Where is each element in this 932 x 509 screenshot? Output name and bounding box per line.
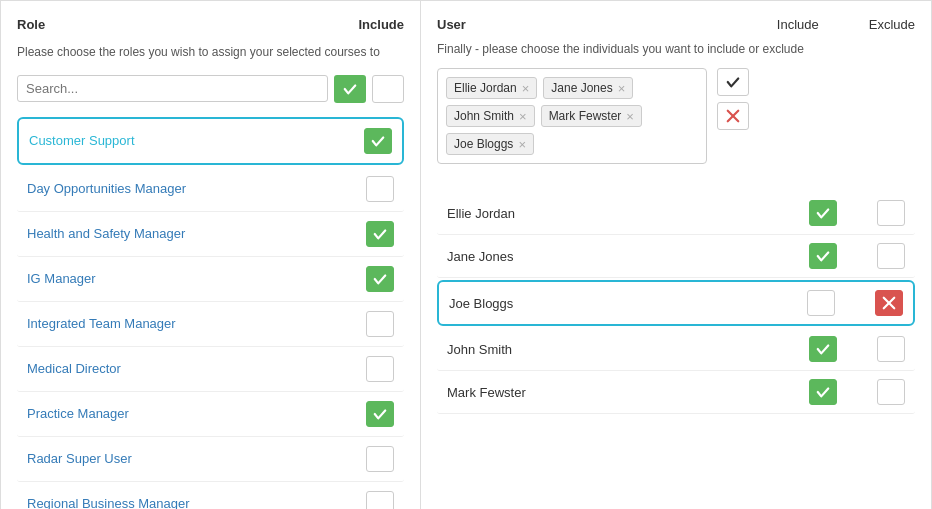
user-exclude-checkbox[interactable] bbox=[877, 379, 905, 405]
role-row[interactable]: Radar Super User bbox=[17, 437, 404, 482]
role-include-checkbox[interactable] bbox=[366, 446, 394, 472]
user-include-checkbox[interactable] bbox=[809, 243, 837, 269]
right-header-cols: Include Exclude bbox=[777, 17, 915, 32]
tag-remove-button[interactable]: × bbox=[522, 82, 530, 95]
tag-label: Mark Fewster bbox=[549, 109, 622, 123]
tag-label: John Smith bbox=[454, 109, 514, 123]
user-row[interactable]: Mark Fewster bbox=[437, 371, 915, 414]
role-include-checkbox[interactable] bbox=[366, 176, 394, 202]
user-name: Ellie Jordan bbox=[447, 206, 809, 221]
role-name: Day Opportunities Manager bbox=[27, 181, 186, 196]
role-row[interactable]: Day Opportunities Manager bbox=[17, 167, 404, 212]
search-clear-button[interactable] bbox=[372, 75, 404, 103]
role-include-checkbox[interactable] bbox=[366, 221, 394, 247]
user-tag: Ellie Jordan× bbox=[446, 77, 537, 99]
users-list: Ellie JordanJane JonesJoe BloggsJohn Smi… bbox=[437, 192, 915, 414]
right-include-header: Include bbox=[777, 17, 819, 32]
user-name: Mark Fewster bbox=[447, 385, 809, 400]
role-name: Radar Super User bbox=[27, 451, 132, 466]
tag-label: Jane Jones bbox=[551, 81, 612, 95]
role-row[interactable]: Practice Manager bbox=[17, 392, 404, 437]
user-include-checkbox[interactable] bbox=[809, 379, 837, 405]
role-include-checkbox[interactable] bbox=[366, 311, 394, 337]
tags-row-wrapper: Ellie Jordan×Jane Jones×John Smith×Mark … bbox=[437, 68, 915, 178]
tag-remove-button[interactable]: × bbox=[519, 110, 527, 123]
tag-remove-button[interactable]: × bbox=[626, 110, 634, 123]
user-include-checkbox[interactable] bbox=[809, 336, 837, 362]
right-instruction: Finally - please choose the individuals … bbox=[437, 42, 915, 56]
role-include-checkbox[interactable] bbox=[364, 128, 392, 154]
user-tag: Joe Bloggs× bbox=[446, 133, 534, 155]
role-include-checkbox[interactable] bbox=[366, 491, 394, 509]
tag-label: Joe Bloggs bbox=[454, 137, 513, 151]
right-exclude-header: Exclude bbox=[869, 17, 915, 32]
user-tag: John Smith× bbox=[446, 105, 535, 127]
user-row[interactable]: Ellie Jordan bbox=[437, 192, 915, 235]
tag-remove-button[interactable]: × bbox=[518, 138, 526, 151]
right-panel-header: User Include Exclude bbox=[437, 17, 915, 32]
role-name: IG Manager bbox=[27, 271, 96, 286]
right-panel: User Include Exclude Finally - please ch… bbox=[421, 1, 931, 509]
tag-label: Ellie Jordan bbox=[454, 81, 517, 95]
user-include-checkbox[interactable] bbox=[807, 290, 835, 316]
bulk-include-button[interactable] bbox=[717, 68, 749, 96]
bulk-exclude-button[interactable] bbox=[717, 102, 749, 130]
user-name: John Smith bbox=[447, 342, 809, 357]
role-include-checkbox[interactable] bbox=[366, 266, 394, 292]
role-name: Health and Safety Manager bbox=[27, 226, 185, 241]
user-include-checkbox[interactable] bbox=[809, 200, 837, 226]
user-name: Jane Jones bbox=[447, 249, 809, 264]
tags-actions bbox=[717, 68, 749, 130]
role-row[interactable]: Customer Support bbox=[17, 117, 404, 165]
user-exclude-checkbox[interactable] bbox=[877, 336, 905, 362]
role-include-checkbox[interactable] bbox=[366, 356, 394, 382]
user-row[interactable]: John Smith bbox=[437, 328, 915, 371]
tag-remove-button[interactable]: × bbox=[618, 82, 626, 95]
role-row[interactable]: Health and Safety Manager bbox=[17, 212, 404, 257]
main-container: Role Include Please choose the roles you… bbox=[0, 0, 932, 509]
search-input[interactable] bbox=[17, 75, 328, 102]
user-tag: Mark Fewster× bbox=[541, 105, 642, 127]
role-row[interactable]: Integrated Team Manager bbox=[17, 302, 404, 347]
user-exclude-checkbox[interactable] bbox=[877, 200, 905, 226]
user-tag: Jane Jones× bbox=[543, 77, 633, 99]
search-row bbox=[17, 75, 404, 103]
user-column-header: User bbox=[437, 17, 466, 32]
left-panel-header: Role Include bbox=[17, 17, 404, 32]
role-name: Customer Support bbox=[29, 133, 135, 148]
role-name: Integrated Team Manager bbox=[27, 316, 176, 331]
include-column-header: Include bbox=[358, 17, 404, 32]
role-row[interactable]: Regional Business Manager bbox=[17, 482, 404, 509]
user-exclude-checkbox[interactable] bbox=[877, 243, 905, 269]
user-row[interactable]: Joe Bloggs bbox=[437, 280, 915, 326]
tags-container: Ellie Jordan×Jane Jones×John Smith×Mark … bbox=[437, 68, 707, 164]
role-name: Medical Director bbox=[27, 361, 121, 376]
role-name: Regional Business Manager bbox=[27, 496, 190, 509]
left-panel: Role Include Please choose the roles you… bbox=[1, 1, 421, 509]
user-exclude-checkbox[interactable] bbox=[875, 290, 903, 316]
role-include-checkbox[interactable] bbox=[366, 401, 394, 427]
roles-list: Customer SupportDay Opportunities Manage… bbox=[17, 117, 404, 509]
role-column-header: Role bbox=[17, 17, 45, 32]
role-name: Practice Manager bbox=[27, 406, 129, 421]
role-row[interactable]: Medical Director bbox=[17, 347, 404, 392]
role-row[interactable]: IG Manager bbox=[17, 257, 404, 302]
user-name: Joe Bloggs bbox=[449, 296, 807, 311]
search-confirm-button[interactable] bbox=[334, 75, 366, 103]
user-row[interactable]: Jane Jones bbox=[437, 235, 915, 278]
left-instruction: Please choose the roles you wish to assi… bbox=[17, 44, 404, 61]
